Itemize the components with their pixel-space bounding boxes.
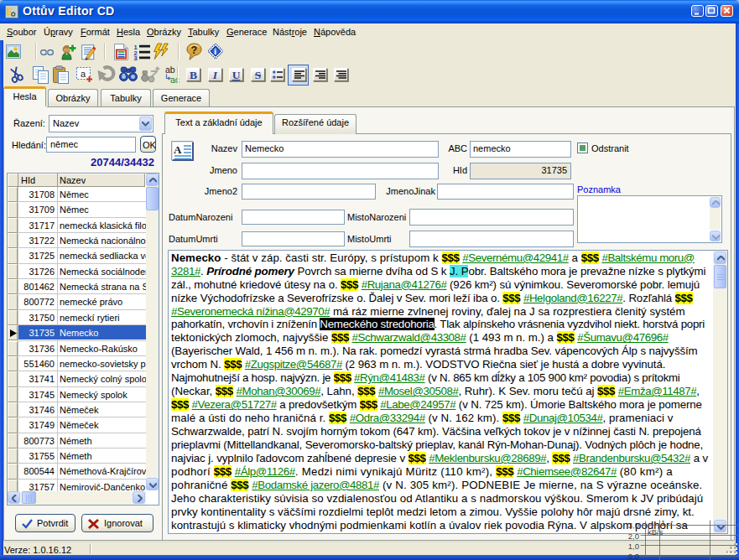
svg-text:?: ? [190, 44, 197, 56]
svg-text:ab: ab [165, 65, 175, 75]
svg-text:a: a [81, 69, 86, 79]
svg-text:i: i [214, 46, 216, 56]
svg-text:3: 3 [134, 54, 138, 60]
